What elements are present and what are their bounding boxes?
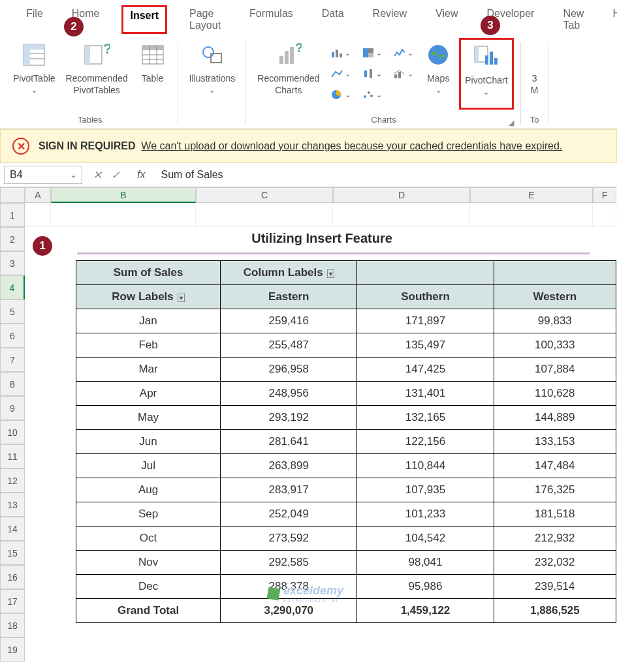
table-button[interactable]: Table xyxy=(134,38,171,110)
pivot-row-label[interactable]: May xyxy=(76,406,221,430)
pivot-cell[interactable]: 110,628 xyxy=(494,382,616,406)
pivot-cell[interactable]: 147,484 xyxy=(494,454,616,478)
tab-insert[interactable]: Insert xyxy=(121,5,167,34)
select-all-corner[interactable] xyxy=(0,187,25,203)
pivot-cell[interactable]: 252,049 xyxy=(221,502,357,527)
pivot-cell[interactable]: 212,932 xyxy=(494,527,616,551)
cancel-formula-icon[interactable]: ✕ xyxy=(93,168,102,182)
row-header[interactable]: 1 xyxy=(0,203,25,227)
pivot-cell[interactable]: 107,935 xyxy=(357,478,494,502)
pivot-total-cell[interactable]: 1,886,525 xyxy=(494,599,616,623)
sheet-body[interactable]: A B C D E F 1 Utilizing Insert Feature S… xyxy=(25,187,616,662)
partial-button[interactable]: 3 M xyxy=(528,38,541,110)
pivot-cell[interactable]: 176,325 xyxy=(494,478,616,502)
tab-review[interactable]: Review xyxy=(366,5,413,34)
name-box[interactable]: B4⌄ xyxy=(4,166,82,184)
pivot-cell[interactable]: 99,833 xyxy=(494,309,616,333)
col-header[interactable]: C xyxy=(196,187,333,203)
row-header[interactable]: 15 xyxy=(0,541,25,565)
pivot-cell[interactable]: 232,032 xyxy=(494,551,616,575)
pivot-cell[interactable]: 101,233 xyxy=(357,502,494,527)
pivot-cell[interactable]: 98,041 xyxy=(357,551,494,575)
column-chart-button[interactable]: ⌄ xyxy=(326,47,355,59)
pivot-col-header[interactable]: Western xyxy=(494,285,616,309)
col-header[interactable]: F xyxy=(593,187,616,203)
row-header[interactable]: 14 xyxy=(0,517,25,541)
stock-chart-button[interactable]: ⌄ xyxy=(388,47,417,59)
pivot-row-label[interactable]: Jun xyxy=(76,430,221,454)
tab-page-layout[interactable]: Page Layout xyxy=(183,5,227,34)
pivot-col-header[interactable]: Eastern xyxy=(221,285,357,309)
pivot-corner-cell[interactable]: Sum of Sales xyxy=(76,261,221,285)
row-header[interactable]: 9 xyxy=(0,396,25,420)
pivot-cell[interactable]: 122,156 xyxy=(357,430,494,454)
combo-chart-button[interactable]: ⌄ xyxy=(388,68,417,80)
pivot-cell[interactable]: 248,956 xyxy=(221,382,357,406)
row-header[interactable]: 11 xyxy=(0,444,25,468)
tab-file[interactable]: File xyxy=(20,5,50,34)
col-header[interactable]: B xyxy=(51,187,196,203)
recommended-pivottables-button[interactable]: ? Recommended PivotTables xyxy=(62,38,132,110)
pivot-row-label[interactable]: Aug xyxy=(76,478,221,502)
pivot-cell[interactable]: 255,487 xyxy=(221,333,357,358)
tab-formulas[interactable]: Formulas xyxy=(243,5,300,34)
maps-button[interactable]: Maps⌄ xyxy=(420,38,456,110)
tab-data[interactable]: Data xyxy=(315,5,351,34)
pivot-cell[interactable]: 296,958 xyxy=(221,358,357,382)
recommended-charts-button[interactable]: ? Recommended Charts xyxy=(253,38,323,110)
pivot-col-header[interactable]: Southern xyxy=(357,285,494,309)
tab-view[interactable]: View xyxy=(429,5,464,34)
pivot-cell[interactable]: 171,897 xyxy=(357,309,494,333)
formula-value[interactable]: Sum of Sales xyxy=(155,166,228,183)
pivot-cell[interactable]: 100,333 xyxy=(494,333,616,358)
tab-partial[interactable]: H xyxy=(606,5,617,34)
col-header[interactable]: E xyxy=(470,187,593,203)
pivot-cell[interactable]: 133,153 xyxy=(494,430,616,454)
row-header[interactable]: 18 xyxy=(0,613,25,637)
pivot-row-label[interactable]: Dec xyxy=(76,575,221,599)
row-header[interactable]: 10 xyxy=(0,420,25,444)
row-header[interactable]: 17 xyxy=(0,589,25,613)
enter-formula-icon[interactable]: ✓ xyxy=(111,168,120,182)
col-header[interactable]: D xyxy=(333,187,470,203)
row-header[interactable]: 19 xyxy=(0,637,25,662)
pivot-row-label[interactable]: Mar xyxy=(76,358,221,382)
pivot-table[interactable]: Sum of Sales Column Labels▾ Row Labels▾ … xyxy=(76,260,616,623)
row-header[interactable]: 6 xyxy=(0,324,25,348)
statistic-chart-button[interactable]: ⌄ xyxy=(357,68,386,80)
pivot-row-label[interactable]: Jan xyxy=(76,309,221,333)
row-header[interactable]: 16 xyxy=(0,565,25,589)
row-header[interactable]: 8 xyxy=(0,372,25,396)
col-header[interactable]: A xyxy=(25,187,51,203)
pie-chart-button[interactable]: ⌄ xyxy=(326,89,355,100)
filter-dropdown-icon[interactable]: ▾ xyxy=(178,294,185,302)
pivot-cell[interactable]: 292,585 xyxy=(221,551,357,575)
pivot-cell[interactable]: 239,514 xyxy=(494,575,616,599)
row-header[interactable]: 12 xyxy=(0,468,25,493)
warning-message-link[interactable]: We can't upload or download your changes… xyxy=(141,140,562,151)
close-warning-icon[interactable]: ✕ xyxy=(12,138,29,155)
pivot-grand-total-label[interactable]: Grand Total xyxy=(76,599,221,623)
line-chart-button[interactable]: ⌄ xyxy=(326,68,355,80)
row-header[interactable]: 5 xyxy=(0,299,25,324)
pivot-cell[interactable]: 293,192 xyxy=(221,406,357,430)
insert-function-icon[interactable]: fx xyxy=(131,169,151,181)
pivot-row-label[interactable]: Feb xyxy=(76,333,221,358)
tab-new[interactable]: New Tab xyxy=(556,5,590,34)
pivot-row-label[interactable]: Jul xyxy=(76,454,221,478)
pivot-cell[interactable]: 283,917 xyxy=(221,478,357,502)
pivot-total-cell[interactable]: 1,459,122 xyxy=(357,599,494,623)
pivot-cell[interactable]: 131,401 xyxy=(357,382,494,406)
pivot-row-labels-header[interactable]: Row Labels▾ xyxy=(76,285,221,309)
pivot-cell[interactable]: 135,497 xyxy=(357,333,494,358)
pivot-cell[interactable]: 95,986 xyxy=(357,575,494,599)
pivot-cell[interactable]: 110,844 xyxy=(357,454,494,478)
pivot-cell[interactable]: 263,899 xyxy=(221,454,357,478)
row-header[interactable]: 7 xyxy=(0,348,25,372)
pivot-row-label[interactable]: Oct xyxy=(76,527,221,551)
pivot-column-labels-header[interactable]: Column Labels▾ xyxy=(221,261,357,285)
hierarchy-chart-button[interactable]: ⌄ xyxy=(357,47,386,59)
pivot-row-label[interactable]: Apr xyxy=(76,382,221,406)
filter-dropdown-icon[interactable]: ▾ xyxy=(327,269,334,278)
pivot-cell[interactable]: 273,592 xyxy=(221,527,357,551)
